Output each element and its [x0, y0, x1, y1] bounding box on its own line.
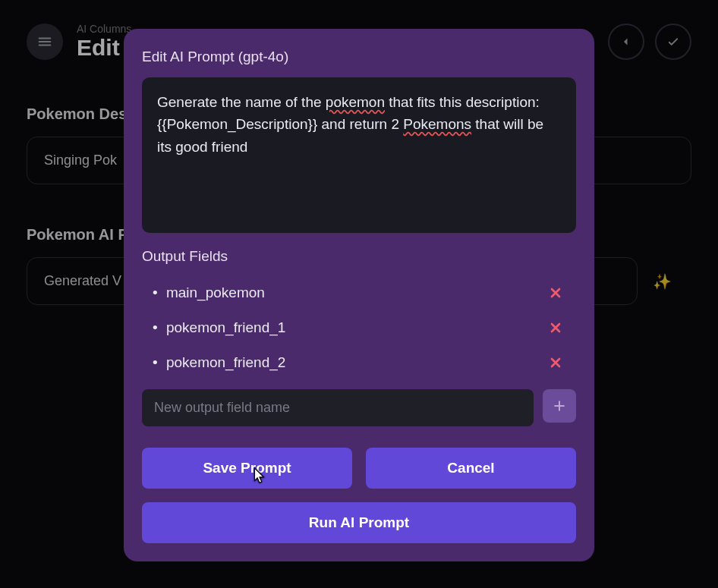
remove-field-button[interactable] — [546, 318, 565, 338]
run-button[interactable]: Run AI Prompt — [142, 502, 576, 543]
modal-title: Edit AI Prompt (gpt-4o) — [142, 49, 576, 65]
cancel-button[interactable]: Cancel — [366, 448, 576, 489]
close-icon — [548, 285, 563, 300]
output-field-item: pokemon_friend_2 — [142, 345, 576, 380]
edit-prompt-modal: Edit AI Prompt (gpt-4o) Generate the nam… — [124, 29, 594, 561]
output-fields-list: main_pokemon pokemon_friend_1 pokemon_fr… — [142, 275, 576, 380]
prompt-text: Generate the name of the — [157, 94, 326, 110]
new-field-input[interactable] — [142, 389, 534, 426]
output-field-item: pokemon_friend_1 — [142, 310, 576, 345]
new-field-row — [142, 389, 576, 426]
spellcheck-word: Pokemons — [403, 116, 471, 132]
output-field-name: pokemon_friend_2 — [163, 354, 285, 371]
save-button[interactable]: Save Prompt — [142, 448, 352, 489]
remove-field-button[interactable] — [546, 353, 565, 373]
add-field-button[interactable] — [543, 389, 576, 423]
output-field-name: main_pokemon — [163, 285, 265, 301]
modal-overlay: Edit AI Prompt (gpt-4o) Generate the nam… — [0, 0, 718, 588]
modal-actions: Save Prompt Cancel — [142, 448, 576, 489]
remove-field-button[interactable] — [546, 283, 565, 303]
output-field-name: pokemon_friend_1 — [163, 319, 285, 336]
output-fields-label: Output Fields — [142, 248, 576, 265]
spellcheck-word: pokemon — [326, 94, 385, 110]
close-icon — [548, 320, 563, 335]
close-icon — [548, 355, 563, 370]
plus-icon — [552, 398, 567, 413]
prompt-textarea[interactable]: Generate the name of the pokemon that fi… — [142, 77, 576, 233]
output-field-item: main_pokemon — [142, 275, 576, 310]
